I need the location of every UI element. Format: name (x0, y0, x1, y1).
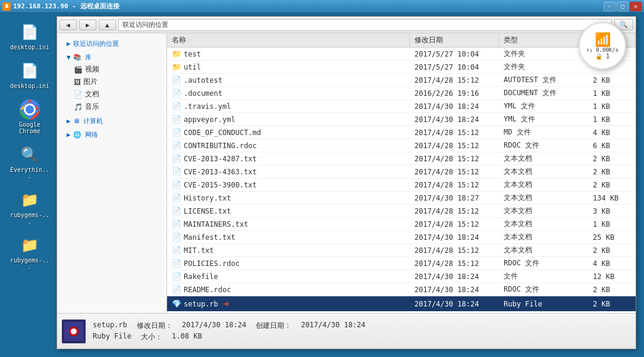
cell-type: 文件夹 (499, 61, 588, 73)
minimize-button[interactable]: － (604, 2, 615, 11)
desktop-icon-everything[interactable]: 🔍 Everythin... (3, 142, 56, 182)
ruby-gem-icon: 💎 (172, 299, 181, 308)
cell-type: 文本文档 (499, 152, 588, 165)
network-widget[interactable]: 📶 ↑↓ 0.00K/s 🔒 1 (579, 22, 626, 70)
cell-date: 2017/4/28 15:12 (410, 152, 499, 165)
cell-type: 文本文档 (499, 192, 588, 204)
explorer-filelist[interactable]: 名称 修改日期 类型 大小 📁test 2017/5/27 10:04 文件夹 … (167, 33, 636, 313)
cell-name: 📄CVE-2013-4363.txt (167, 165, 410, 178)
table-row[interactable]: 📄MAINTAINERS.txt 2017/4/28 15:12 文本文档 1 … (167, 218, 636, 231)
sidebar-recent-header[interactable]: ▶ 联近访问的位置 (57, 38, 167, 49)
table-row[interactable]: 📄CVE-2015-3900.txt 2017/4/28 15:12 文本文档 … (167, 178, 636, 192)
cell-date: 2017/4/28 15:12 (410, 74, 499, 86)
maximize-button[interactable]: □ (617, 2, 629, 11)
sidebar-item-video[interactable]: 🎬 视频 (57, 63, 167, 76)
cell-date: 2017/5/27 10:04 (410, 61, 499, 73)
header-date[interactable]: 修改日期 (410, 33, 499, 47)
desktop-icon-desktop-ini-1[interactable]: 📄 desktop.ini (3, 19, 56, 53)
up-button[interactable]: ▲ (99, 20, 116, 30)
cell-type: 文本文档 (499, 231, 588, 243)
svg-point-2 (26, 105, 34, 114)
table-row[interactable]: 📁test 2017/5/27 10:04 文件夹 (167, 48, 636, 61)
wifi-icon: 📶 (595, 32, 611, 47)
title-bar-text: 192.168.123.90 - 远程桌面连接 (13, 2, 120, 11)
desktop-icon-chrome[interactable]: Google Chrome (3, 96, 56, 137)
table-row[interactable]: 📄.travis.yml 2017/4/30 18:24 YML 文件 1 KB (167, 100, 636, 113)
table-row[interactable]: 📄README.rdoc 2017/4/30 18:24 RDOC 文件 2 K… (167, 283, 636, 296)
sidebar-computer-header[interactable]: ▶ 🖥 计算机 (57, 115, 167, 127)
address-bar[interactable]: 联近访问的位置 (118, 19, 612, 31)
cell-date: 2017/4/28 15:12 (410, 139, 499, 152)
cell-name-selected: 💎 setup.rb ➜ (167, 296, 410, 311)
cell-name: 📄Rakefile (167, 270, 410, 283)
table-row[interactable]: 📄Manifest.txt 2017/4/30 18:24 文本文档 25 KB (167, 231, 636, 244)
cell-date: 2017/4/28 15:12 (410, 126, 499, 139)
desktop-icon-rubygems-2[interactable]: 📁 rubygems-... (3, 232, 56, 273)
back-button[interactable]: ◄ (59, 20, 77, 30)
cell-size: 2 KB (588, 178, 636, 191)
explorer-sidebar: ▶ 联近访问的位置 ▼ 📚 库 🎬 视频 🖼 (57, 33, 167, 313)
cell-name: 📄CVE-2013-4287.txt (167, 152, 410, 165)
table-row[interactable]: 📄CVE-2013-4287.txt 2017/4/28 15:12 文本文档 … (167, 152, 636, 165)
sidebar-section-computer: ▶ 🖥 计算机 (57, 115, 167, 127)
table-row[interactable]: 📄History.txt 2017/4/30 18:27 文本文档 134 KB (167, 192, 636, 205)
desktop-icon-rubygems-1[interactable]: 📁 rubygems-... (3, 187, 56, 227)
everything-label: Everythin... (9, 167, 51, 180)
table-row[interactable]: 📁util 2017/5/27 10:04 文件夹 (167, 61, 636, 74)
cell-name: 📄CODE_OF_CONDUCT.md (167, 126, 410, 139)
table-row[interactable]: 📄MIT.txt 2017/4/28 15:12 文本文档 2 KB (167, 244, 636, 257)
cell-type: 文本文档 (499, 218, 588, 230)
table-row[interactable]: 📄CODE_OF_CONDUCT.md 2017/4/28 15:12 MD 文… (167, 126, 636, 139)
cell-date: 2017/4/28 15:12 (410, 178, 499, 191)
table-row[interactable]: 📄.autotest 2017/4/28 15:12 AUTOTEST 文件 2… (167, 74, 636, 87)
table-row[interactable]: 📄Rakefile 2017/4/30 18:24 文件 12 KB (167, 270, 636, 283)
cell-name: 📄appveyor.yml (167, 113, 410, 126)
cell-name: 📄.autotest (167, 74, 410, 86)
cell-date: 2017/4/30 18:24 (410, 113, 499, 126)
cell-date-selected: 2017/4/30 18:24 (410, 296, 499, 311)
cell-size: 1 KB (588, 100, 636, 112)
header-type[interactable]: 类型 (499, 33, 588, 47)
cell-name: 📄.document (167, 87, 410, 99)
cell-type: MD 文件 (499, 126, 588, 139)
cell-size-selected: 2 KB (588, 296, 636, 311)
status-info: setup.rb 修改日期： 2017/4/30 18:24 创建日期： 201… (93, 321, 366, 342)
header-name[interactable]: 名称 (167, 33, 410, 47)
sidebar-item-music[interactable]: 🎵 音乐 (57, 101, 167, 113)
title-bar-icon: 🖥 (2, 2, 11, 11)
rubygems-2-label: rubygems-... (9, 257, 51, 270)
cell-type: RDOC 文件 (499, 139, 588, 152)
selected-file-row[interactable]: 💎 setup.rb ➜ 2017/4/30 18:24 Ruby File 2… (167, 296, 636, 312)
sidebar-item-documents[interactable]: 📄 文档 (57, 88, 167, 101)
cell-type: 文本文档 (499, 178, 588, 191)
status-create-label: 创建日期： (256, 321, 291, 331)
filelist-header: 名称 修改日期 类型 大小 (167, 33, 636, 48)
table-row[interactable]: 📄appveyor.yml 2017/4/30 18:24 YML 文件 1 K… (167, 113, 636, 126)
desktop-ini-1-label: desktop.ini (10, 44, 49, 51)
cell-name: 📄MAINTAINERS.txt (167, 218, 410, 230)
cell-date: 2016/2/26 19:16 (410, 87, 499, 99)
cell-type: 文件夹 (499, 48, 588, 60)
forward-button[interactable]: ► (79, 20, 96, 30)
cell-type: RDOC 文件 (499, 283, 588, 296)
explorer-window: ◄ ► ▲ 联近访问的位置 🔍 ▶ 联近访问的位置 (56, 16, 636, 349)
cell-size: 3 KB (588, 205, 636, 217)
network-signal: 🔒 1 (595, 53, 610, 60)
cell-size: 2 KB (588, 74, 636, 86)
table-row[interactable]: 📄LICENSE.txt 2017/4/28 15:12 文本文档 3 KB (167, 205, 636, 218)
status-size-label: 大小： (141, 332, 162, 342)
table-row[interactable]: 📄POLICIES.rdoc 2017/4/28 15:12 RDOC 文件 4… (167, 257, 636, 270)
cell-date: 2017/4/30 18:24 (410, 100, 499, 112)
rubygems-1-icon: 📁 (19, 189, 40, 211)
desktop-ini-1-icon: 📄 (19, 21, 40, 43)
desktop-icon-desktop-ini-2[interactable]: 📄 desktop.ini (3, 58, 56, 92)
table-row[interactable]: 📄CVE-2013-4363.txt 2017/4/28 15:12 文本文档 … (167, 165, 636, 178)
table-row[interactable]: 📄.document 2016/2/26 19:16 DOCUMENT 文件 1… (167, 87, 636, 100)
close-button[interactable]: ✕ (630, 2, 642, 11)
table-row[interactable]: 📄CONTRIBUTING.rdoc 2017/4/28 15:12 RDOC … (167, 139, 636, 152)
sidebar-library-header[interactable]: ▼ 📚 库 (57, 52, 167, 63)
sidebar-network-header[interactable]: ▶ 🌐 网络 (57, 129, 167, 140)
sidebar-item-pictures[interactable]: 🖼 图片 (57, 76, 167, 88)
rubygems-1-label: rubygems-... (9, 212, 51, 225)
cell-size: 2 KB (588, 283, 636, 296)
